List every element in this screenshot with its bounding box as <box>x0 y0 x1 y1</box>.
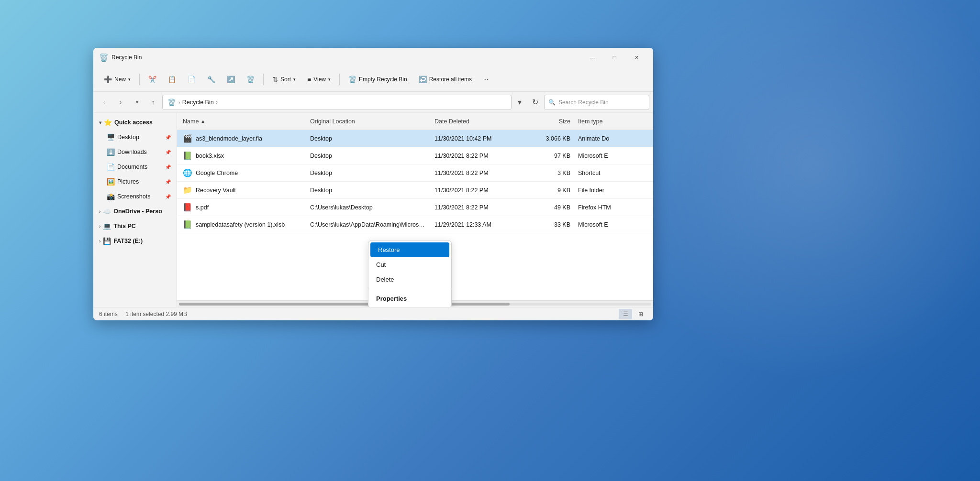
view-label: View <box>313 76 326 83</box>
sidebar-item-desktop[interactable]: 🖥️ Desktop 📌 <box>95 130 175 144</box>
maximize-button[interactable]: □ <box>603 50 625 65</box>
more-options-button[interactable]: ··· <box>479 71 493 88</box>
context-menu-restore[interactable]: Restore <box>370 242 449 257</box>
file-icon: 📗 <box>183 220 192 229</box>
table-row[interactable]: 📕 s.pdf C:\Users\lukas\Desktop 11/30/202… <box>177 199 653 216</box>
screenshots-pin-icon: 📌 <box>165 194 171 199</box>
file-date-cell: 11/30/2021 8:22 PM <box>431 153 526 159</box>
sort-asc-icon: ▲ <box>200 119 205 124</box>
toolbar-separator-3 <box>339 74 340 85</box>
file-name-cell: 📕 s.pdf <box>177 203 306 212</box>
table-row[interactable]: 🎬 as3_blendmode_layer.fla Desktop 11/30/… <box>177 130 653 147</box>
fat32-section[interactable]: › 💾 FAT32 (E:) <box>95 234 175 248</box>
delete-label: Delete <box>376 276 394 283</box>
table-row[interactable]: 📗 book3.xlsx Desktop 11/30/2021 8:22 PM … <box>177 147 653 164</box>
grid-view-icon: ⊞ <box>638 311 643 317</box>
col-header-location[interactable]: Original Location <box>306 118 431 125</box>
rename-icon: 🔧 <box>207 76 215 83</box>
address-dropdown-button[interactable]: ▾ <box>513 96 526 109</box>
context-menu-properties[interactable]: Properties <box>368 291 451 306</box>
file-name-cell: 📁 Recovery Vault <box>177 186 306 195</box>
close-button[interactable]: ✕ <box>625 50 647 65</box>
file-location-cell: C:\Users\lukas\AppData\Roaming\Microsoft… <box>306 221 431 228</box>
thispc-chevron-icon: › <box>99 224 100 229</box>
table-row[interactable]: 📁 Recovery Vault Desktop 11/30/2021 8:22… <box>177 182 653 199</box>
toolbar-separator-2 <box>263 74 264 85</box>
window-controls: — □ ✕ <box>581 50 647 65</box>
table-row[interactable]: 🌐 Google Chrome Desktop 11/30/2021 8:22 … <box>177 164 653 182</box>
thispc-label: This PC <box>113 223 136 230</box>
col-header-size[interactable]: Size <box>526 118 574 125</box>
file-location-cell: C:\Users\lukas\Desktop <box>306 204 431 211</box>
forward-button[interactable]: › <box>113 95 128 109</box>
up-button[interactable]: ↑ <box>146 95 160 109</box>
paste-icon: 📄 <box>188 76 196 83</box>
file-size-cell: 97 KB <box>526 153 574 159</box>
new-button[interactable]: ➕ New ▾ <box>99 71 135 88</box>
context-menu-cut[interactable]: Cut <box>368 257 451 272</box>
table-row[interactable]: 📗 sampledatasafety (version 1).xlsb C:\U… <box>177 216 653 233</box>
sort-button[interactable]: ⇅ Sort ▾ <box>267 71 301 88</box>
search-box[interactable]: 🔍 Search Recycle Bin <box>544 95 649 110</box>
context-menu-delete[interactable]: Delete <box>368 272 451 287</box>
empty-bin-icon: 🗑️ <box>348 76 356 83</box>
statusbar-view-controls: ☰ ⊞ <box>619 309 647 319</box>
recent-locations-button[interactable]: ▾ <box>130 95 144 109</box>
share-button[interactable]: ↗️ <box>222 71 240 88</box>
copy-button[interactable]: 📋 <box>163 71 181 88</box>
view-button[interactable]: ≡ View ▾ <box>302 71 335 88</box>
onedrive-section[interactable]: › ☁️ OneDrive - Perso <box>95 204 175 219</box>
statusbar: 6 items 1 item selected 2.99 MB ☰ ⊞ <box>93 307 653 320</box>
sort-chevron-icon: ▾ <box>293 77 296 82</box>
file-type-cell: Animate Do <box>574 135 653 142</box>
pictures-pin-icon: 📌 <box>165 179 171 185</box>
file-location-cell: Desktop <box>306 187 431 194</box>
cut-button[interactable]: ✂️ <box>144 71 161 88</box>
rename-button[interactable]: 🔧 <box>202 71 220 88</box>
col-header-name[interactable]: Name ▲ <box>177 118 306 125</box>
more-options-label: ··· <box>483 76 488 83</box>
fat32-chevron-icon: › <box>99 239 100 244</box>
screenshots-icon: 📸 <box>107 193 115 200</box>
restore-all-button[interactable]: ↩️ Restore all items <box>414 71 477 88</box>
file-date-cell: 11/29/2021 12:33 AM <box>431 221 526 228</box>
toolbar: ➕ New ▾ ✂️ 📋 📄 🔧 ↗️ 🗑️ ⇅ Sort ▾ ≡ <box>93 67 653 92</box>
sidebar-item-downloads[interactable]: ⬇️ Downloads 📌 <box>95 145 175 159</box>
restore-label: Restore <box>378 246 400 253</box>
sidebar-item-pictures[interactable]: 🖼️ Pictures 📌 <box>95 175 175 189</box>
col-name-label: Name <box>183 118 199 125</box>
scrollbar-thumb[interactable] <box>179 303 510 306</box>
properties-label: Properties <box>376 295 407 302</box>
quick-access-section[interactable]: ▾ ⭐ Quick access <box>95 115 175 130</box>
list-view-button[interactable]: ☰ <box>619 309 632 319</box>
context-menu-separator <box>368 289 451 289</box>
sidebar-item-documents[interactable]: 📄 Documents 📌 <box>95 160 175 174</box>
path-arrow: › <box>178 99 180 105</box>
col-header-type[interactable]: Item type <box>574 118 653 125</box>
file-date-cell: 11/30/2021 8:22 PM <box>431 170 526 176</box>
file-size-cell: 3 KB <box>526 170 574 176</box>
file-area: Name ▲ Original Location Date Deleted Si… <box>177 113 653 307</box>
back-button[interactable]: ‹ <box>97 95 111 109</box>
refresh-button[interactable]: ↻ <box>528 95 542 109</box>
file-name-cell: 🌐 Google Chrome <box>177 168 306 177</box>
delete-button[interactable]: 🗑️ <box>242 71 259 88</box>
onedrive-icon: ☁️ <box>103 208 111 215</box>
sort-label: Sort <box>280 76 291 83</box>
desktop-label: Desktop <box>117 134 139 141</box>
col-header-date[interactable]: Date Deleted <box>431 118 526 125</box>
paste-button[interactable]: 📄 <box>183 71 200 88</box>
sidebar-item-screenshots[interactable]: 📸 Screenshots 📌 <box>95 189 175 204</box>
file-size-cell: 3,066 KB <box>526 135 574 142</box>
window-icon: 🗑️ <box>99 53 108 62</box>
file-icon: 🌐 <box>183 168 192 177</box>
address-path[interactable]: 🗑️ › Recycle Bin › <box>162 95 512 110</box>
grid-view-button[interactable]: ⊞ <box>634 309 647 319</box>
file-type-cell: File folder <box>574 187 653 194</box>
documents-pin-icon: 📌 <box>165 164 171 170</box>
minimize-button[interactable]: — <box>581 50 603 65</box>
thispc-section[interactable]: › 💻 This PC <box>95 219 175 233</box>
file-icon: 📗 <box>183 151 192 160</box>
empty-recycle-bin-button[interactable]: 🗑️ Empty Recycle Bin <box>344 71 412 88</box>
fat32-icon: 💾 <box>103 237 111 245</box>
